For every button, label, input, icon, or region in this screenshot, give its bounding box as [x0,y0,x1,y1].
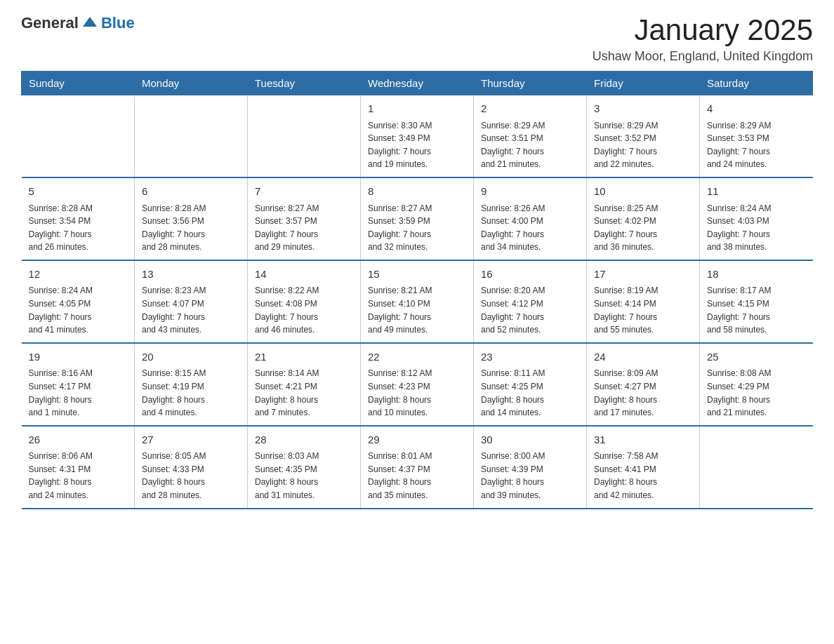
day-number: 22 [368,349,466,365]
calendar-week-row: 26Sunrise: 8:06 AMSunset: 4:31 PMDayligh… [22,426,813,509]
calendar-cell: 2Sunrise: 8:29 AMSunset: 3:51 PMDaylight… [474,95,587,177]
calendar-cell: 14Sunrise: 8:22 AMSunset: 4:08 PMDayligh… [248,260,361,343]
day-info: Sunrise: 8:29 AMSunset: 3:53 PMDaylight:… [707,119,806,171]
day-number: 5 [29,184,128,200]
day-number: 30 [481,432,579,448]
day-info: Sunrise: 8:00 AMSunset: 4:39 PMDaylight:… [481,450,579,502]
day-info: Sunrise: 8:26 AMSunset: 4:00 PMDaylight:… [481,202,579,254]
day-number: 19 [29,349,128,365]
logo: General Blue [21,14,135,32]
day-info: Sunrise: 8:22 AMSunset: 4:08 PMDaylight:… [255,284,353,336]
day-number: 9 [481,184,579,200]
calendar-cell: 9Sunrise: 8:26 AMSunset: 4:00 PMDaylight… [474,177,587,260]
month-title: January 2025 [593,14,813,46]
header-tuesday: Tuesday [248,72,361,95]
day-number: 6 [142,184,240,200]
day-number: 26 [29,432,128,448]
calendar-cell: 4Sunrise: 8:29 AMSunset: 3:53 PMDaylight… [700,95,813,177]
day-info: Sunrise: 8:09 AMSunset: 4:27 PMDaylight:… [594,367,692,419]
day-number: 23 [481,349,579,365]
day-info: Sunrise: 7:58 AMSunset: 4:41 PMDaylight:… [594,450,692,502]
calendar-cell: 26Sunrise: 8:06 AMSunset: 4:31 PMDayligh… [22,426,135,509]
page-header: General Blue January 2025 Ushaw Moor, En… [21,14,813,64]
day-number: 21 [255,349,353,365]
calendar-cell: 23Sunrise: 8:11 AMSunset: 4:25 PMDayligh… [474,343,587,426]
day-number: 2 [481,101,579,117]
day-number: 18 [707,267,806,283]
calendar-cell: 18Sunrise: 8:17 AMSunset: 4:15 PMDayligh… [700,260,813,343]
calendar-cell: 8Sunrise: 8:27 AMSunset: 3:59 PMDaylight… [361,177,474,260]
day-info: Sunrise: 8:15 AMSunset: 4:19 PMDaylight:… [142,367,240,419]
header-wednesday: Wednesday [361,72,474,95]
calendar-cell: 6Sunrise: 8:28 AMSunset: 3:56 PMDaylight… [135,177,248,260]
calendar-cell: 28Sunrise: 8:03 AMSunset: 4:35 PMDayligh… [248,426,361,509]
calendar-cell: 24Sunrise: 8:09 AMSunset: 4:27 PMDayligh… [587,343,700,426]
calendar-cell: 15Sunrise: 8:21 AMSunset: 4:10 PMDayligh… [361,260,474,343]
day-info: Sunrise: 8:27 AMSunset: 3:59 PMDaylight:… [368,202,466,254]
day-info: Sunrise: 8:21 AMSunset: 4:10 PMDaylight:… [368,284,466,336]
day-info: Sunrise: 8:16 AMSunset: 4:17 PMDaylight:… [29,367,128,419]
day-number: 8 [368,184,466,200]
day-number: 12 [29,267,128,283]
calendar-table: SundayMondayTuesdayWednesdayThursdayFrid… [21,71,813,509]
day-number: 29 [368,432,466,448]
day-number: 20 [142,349,240,365]
calendar-cell [22,95,135,177]
day-info: Sunrise: 8:27 AMSunset: 3:57 PMDaylight:… [255,202,353,254]
day-number: 13 [142,267,240,283]
calendar-cell: 16Sunrise: 8:20 AMSunset: 4:12 PMDayligh… [474,260,587,343]
day-info: Sunrise: 8:03 AMSunset: 4:35 PMDaylight:… [255,450,353,502]
day-number: 17 [594,267,692,283]
day-info: Sunrise: 8:19 AMSunset: 4:14 PMDaylight:… [594,284,692,336]
calendar-cell: 7Sunrise: 8:27 AMSunset: 3:57 PMDaylight… [248,177,361,260]
day-number: 31 [594,432,692,448]
day-number: 4 [707,101,806,117]
day-info: Sunrise: 8:08 AMSunset: 4:29 PMDaylight:… [707,367,806,419]
day-info: Sunrise: 8:12 AMSunset: 4:23 PMDaylight:… [368,367,466,419]
day-info: Sunrise: 8:05 AMSunset: 4:33 PMDaylight:… [142,450,240,502]
day-info: Sunrise: 8:28 AMSunset: 3:56 PMDaylight:… [142,202,240,254]
day-info: Sunrise: 8:01 AMSunset: 4:37 PMDaylight:… [368,450,466,502]
calendar-cell: 31Sunrise: 7:58 AMSunset: 4:41 PMDayligh… [587,426,700,509]
header-saturday: Saturday [700,72,813,95]
day-info: Sunrise: 8:29 AMSunset: 3:52 PMDaylight:… [594,119,692,171]
day-number: 3 [594,101,692,117]
calendar-week-row: 19Sunrise: 8:16 AMSunset: 4:17 PMDayligh… [22,343,813,426]
calendar-cell: 10Sunrise: 8:25 AMSunset: 4:02 PMDayligh… [587,177,700,260]
calendar-cell: 1Sunrise: 8:30 AMSunset: 3:49 PMDaylight… [361,95,474,177]
day-info: Sunrise: 8:24 AMSunset: 4:05 PMDaylight:… [29,284,128,336]
header-monday: Monday [135,72,248,95]
logo-general: General [21,14,79,32]
day-number: 25 [707,349,806,365]
logo-icon [81,14,98,31]
day-number: 10 [594,184,692,200]
calendar-cell: 21Sunrise: 8:14 AMSunset: 4:21 PMDayligh… [248,343,361,426]
header-thursday: Thursday [474,72,587,95]
calendar-cell: 3Sunrise: 8:29 AMSunset: 3:52 PMDaylight… [587,95,700,177]
day-number: 7 [255,184,353,200]
day-info: Sunrise: 8:24 AMSunset: 4:03 PMDaylight:… [707,202,806,254]
day-info: Sunrise: 8:25 AMSunset: 4:02 PMDaylight:… [594,202,692,254]
day-info: Sunrise: 8:14 AMSunset: 4:21 PMDaylight:… [255,367,353,419]
calendar-cell: 5Sunrise: 8:28 AMSunset: 3:54 PMDaylight… [22,177,135,260]
calendar-cell: 17Sunrise: 8:19 AMSunset: 4:14 PMDayligh… [587,260,700,343]
day-info: Sunrise: 8:29 AMSunset: 3:51 PMDaylight:… [481,119,579,171]
day-info: Sunrise: 8:17 AMSunset: 4:15 PMDaylight:… [707,284,806,336]
day-info: Sunrise: 8:28 AMSunset: 3:54 PMDaylight:… [29,202,128,254]
calendar-cell [700,426,813,509]
calendar-cell: 12Sunrise: 8:24 AMSunset: 4:05 PMDayligh… [22,260,135,343]
calendar-header-row: SundayMondayTuesdayWednesdayThursdayFrid… [22,72,813,95]
calendar-week-row: 12Sunrise: 8:24 AMSunset: 4:05 PMDayligh… [22,260,813,343]
day-info: Sunrise: 8:23 AMSunset: 4:07 PMDaylight:… [142,284,240,336]
calendar-week-row: 5Sunrise: 8:28 AMSunset: 3:54 PMDaylight… [22,177,813,260]
header-sunday: Sunday [22,72,135,95]
logo-blue: Blue [101,14,135,32]
day-number: 14 [255,267,353,283]
title-block: January 2025 Ushaw Moor, England, United… [593,14,813,64]
calendar-cell: 29Sunrise: 8:01 AMSunset: 4:37 PMDayligh… [361,426,474,509]
calendar-cell [248,95,361,177]
day-number: 16 [481,267,579,283]
calendar-cell: 11Sunrise: 8:24 AMSunset: 4:03 PMDayligh… [700,177,813,260]
day-number: 28 [255,432,353,448]
calendar-cell: 22Sunrise: 8:12 AMSunset: 4:23 PMDayligh… [361,343,474,426]
